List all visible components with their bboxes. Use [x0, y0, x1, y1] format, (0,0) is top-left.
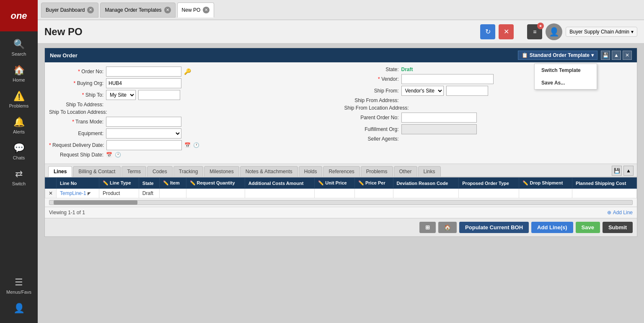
switch-template-item[interactable]: Switch Template — [535, 64, 597, 77]
calendar-icon[interactable]: 📅 — [184, 142, 191, 148]
panel-expand-icon-button[interactable]: ▲ — [612, 51, 621, 60]
equipment-select[interactable] — [106, 128, 181, 138]
tab-new-po-label: New PO — [182, 7, 201, 13]
add-line-label: Add Line — [613, 210, 633, 215]
clock-icon[interactable]: 🕐 — [193, 142, 199, 148]
row-unit-price[interactable] — [315, 189, 355, 198]
ship-to-label: Ship To: — [49, 92, 103, 98]
request-delivery-row: Request Delivery Date: 📅 🕐 — [49, 140, 338, 150]
scrollbar-thumb[interactable] — [54, 200, 137, 205]
save-button[interactable]: Save — [576, 222, 600, 233]
ship-to-location-row: Ship To Location Address: — [49, 109, 338, 115]
vendor-label: Vendor: — [344, 76, 399, 82]
tab-notes-attachments[interactable]: Notes & Attachments — [240, 166, 298, 177]
submit-button[interactable]: Submit — [603, 222, 633, 233]
sidebar-item-home-label: Home — [13, 77, 25, 82]
chats-icon: 💬 — [13, 143, 25, 154]
edit-icon-qty: ✏️ — [190, 180, 196, 185]
page-header: New PO ↻ ✕ ≡ ★ 👤 Buyer Supply Chain Admi… — [38, 20, 644, 44]
order-no-row: Order No: 🔑 — [49, 67, 338, 77]
notification-badge: ★ — [537, 23, 544, 29]
sidebar-item-home[interactable]: 🏠 Home — [0, 61, 38, 87]
tab-links[interactable]: Links — [418, 166, 441, 177]
request-delivery-input[interactable] — [106, 140, 182, 150]
panel-close-icon-button[interactable]: ✕ — [623, 51, 632, 60]
trans-mode-input[interactable] — [106, 117, 181, 127]
sub-tab-collapse-btn[interactable]: ▲ — [623, 166, 634, 176]
home-icon: 🏠 — [13, 65, 25, 76]
parent-order-input[interactable] — [401, 113, 477, 123]
key-icon[interactable]: 🔑 — [184, 68, 191, 75]
template-selector[interactable]: 📋 Standard Order Template ▾ Switch Templ… — [518, 51, 597, 60]
sidebar-item-avatar[interactable]: 👤 — [0, 299, 38, 318]
ship-from-select[interactable]: Vendor's Site — [401, 86, 444, 96]
close-button[interactable]: ✕ — [499, 24, 514, 39]
row-line-type[interactable]: Product — [99, 189, 139, 198]
tab-other[interactable]: Other — [394, 166, 417, 177]
sidebar-item-switch-label: Switch — [12, 181, 26, 186]
row-request-qty[interactable] — [186, 189, 245, 198]
calendar2-icon[interactable]: 📅 — [106, 152, 112, 158]
tab-terms[interactable]: Terms — [122, 166, 146, 177]
app-logo[interactable]: one — [0, 0, 38, 31]
sidebar-item-switch[interactable]: ⇄ Switch — [0, 164, 38, 190]
sidebar-item-search[interactable]: 🔍 Search — [0, 35, 38, 61]
row-del-btn[interactable]: ✕ — [45, 189, 57, 198]
tab-new-po-close[interactable]: ✕ — [203, 7, 209, 13]
row-item[interactable] — [159, 189, 186, 198]
tab-manage-order-templates[interactable]: Manage Order Templates ✕ — [100, 3, 175, 18]
tab-holds[interactable]: Holds — [299, 166, 323, 177]
edit-icon-item: ✏️ — [163, 180, 169, 185]
vendor-input[interactable] — [401, 74, 494, 84]
refresh-button[interactable]: ↻ — [480, 24, 495, 39]
fulfillment-org-row: Fulfillment Org: — [344, 124, 633, 134]
clock2-icon[interactable]: 🕐 — [115, 152, 121, 158]
sub-tab-save-btn[interactable]: 💾 — [612, 166, 622, 176]
row-drop-shipment[interactable] — [519, 189, 572, 198]
ship-to-select[interactable]: My Site — [106, 90, 136, 100]
sidebar-item-chats-label: Chats — [13, 155, 25, 160]
add-line-button[interactable]: ⊕ Add Line — [607, 210, 633, 215]
horizontal-scrollbar[interactable] — [49, 200, 633, 205]
home-action-button[interactable]: 🏠 — [438, 222, 457, 233]
request-delivery-label: Request Delivery Date: — [49, 142, 104, 148]
tab-buyer-dashboard-close[interactable]: ✕ — [87, 7, 94, 13]
tab-manage-order-templates-close[interactable]: ✕ — [164, 7, 171, 13]
col-unit-price: ✏️ Unit Price — [315, 178, 355, 189]
panel-save-icon-button[interactable]: 💾 — [601, 51, 610, 60]
tab-new-po[interactable]: New PO ✕ — [177, 3, 215, 18]
sidebar-item-menus[interactable]: ☰ Menus/Favs — [0, 273, 38, 299]
tab-billing-contact[interactable]: Billing & Contact — [73, 166, 121, 177]
buying-org-input[interactable] — [106, 78, 181, 88]
row-price-per[interactable] — [354, 189, 393, 198]
tab-references[interactable]: References — [323, 166, 360, 177]
tab-codes[interactable]: Codes — [147, 166, 173, 177]
save-as-item[interactable]: Save As... — [535, 77, 597, 89]
col-item: ✏️ Item — [159, 178, 186, 189]
user-selector[interactable]: Buyer Supply Chain Admin ▾ — [566, 27, 637, 37]
menu-button[interactable]: ≡ ★ — [527, 24, 542, 39]
ship-from-input[interactable] — [446, 86, 488, 96]
lines-grid: Line No ✏️ Line Type State ✏️ Item — [45, 177, 637, 198]
sidebar-item-alerts[interactable]: 🔔 Alerts — [0, 113, 38, 138]
menus-icon: ☰ — [15, 277, 23, 288]
add-lines-button[interactable]: Add Line(s) — [531, 222, 573, 233]
sidebar-item-problems[interactable]: ⚠️ Problems — [0, 87, 38, 113]
temp-line-link[interactable]: TempLine-1 — [60, 190, 86, 196]
tab-tracking[interactable]: Tracking — [173, 166, 204, 177]
grid-footer: Viewing 1-1 of 1 ⊕ Add Line — [45, 207, 637, 218]
order-no-input[interactable] — [106, 67, 181, 77]
equipment-label: Equipment: — [49, 131, 103, 136]
content-area: New Order 📋 Standard Order Template ▾ Sw… — [38, 44, 644, 323]
tab-milestones[interactable]: Milestones — [204, 166, 239, 177]
sidebar-item-chats[interactable]: 💬 Chats — [0, 138, 38, 164]
tab-lines[interactable]: Lines — [48, 166, 72, 177]
ship-to-input[interactable] — [138, 90, 180, 100]
tab-problems[interactable]: Problems — [361, 166, 393, 177]
form-panel: New Order 📋 Standard Order Template ▾ Sw… — [44, 48, 637, 237]
calculator-button[interactable]: ⊞ — [419, 222, 436, 233]
tab-buyer-dashboard[interactable]: Buyer Dashboard ✕ — [41, 3, 98, 18]
populate-boh-button[interactable]: Populate Current BOH — [459, 222, 529, 233]
sidebar-item-alerts-label: Alerts — [13, 129, 25, 134]
row-line-no[interactable]: TempLine-1 ◤ — [57, 189, 99, 198]
